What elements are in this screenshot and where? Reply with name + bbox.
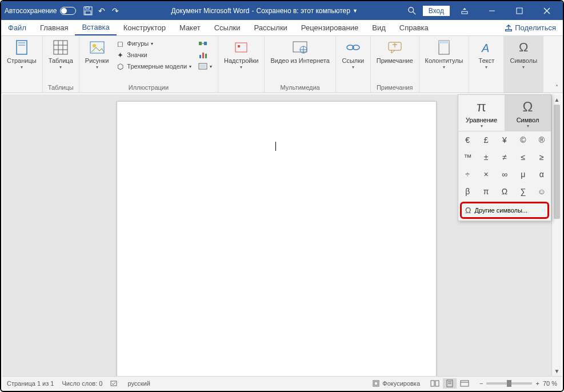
comment-button[interactable]: Примечание	[374, 37, 415, 65]
undo-icon[interactable]: ↶	[97, 6, 107, 16]
more-symbols-button[interactable]: Ω Другие символы...	[460, 202, 549, 219]
maximize-button[interactable]	[507, 1, 532, 20]
equation-category[interactable]: π Уравнение ▾	[458, 95, 505, 131]
signin-button[interactable]: Вход	[423, 6, 450, 16]
smartart-button[interactable]	[196, 38, 214, 49]
language-indicator[interactable]: русский	[127, 380, 150, 387]
title-bar: Автосохранение ↶ ↷ Документ Microsoft Wo…	[1, 1, 563, 20]
ribbon-tabs: Файл Главная Вставка Конструктор Макет С…	[1, 20, 563, 36]
symbol-cell[interactable]: ×	[477, 166, 495, 183]
pictures-button[interactable]: Рисунки ▾	[83, 37, 111, 71]
redo-icon[interactable]: ↷	[110, 6, 121, 16]
document-title: Документ Microsoft Word - Сохранено в: э…	[121, 7, 407, 15]
symbol-cell[interactable]: ±	[477, 149, 495, 166]
table-button[interactable]: Таблица ▾	[46, 37, 75, 71]
symbol-cell[interactable]: ≤	[514, 149, 532, 166]
zoom-slider[interactable]	[486, 382, 532, 385]
symbol-cell[interactable]: ©	[514, 131, 532, 149]
addins-button[interactable]: Надстройки ▾	[222, 37, 261, 71]
chevron-down-icon: ▾	[352, 65, 354, 70]
focus-mode-button[interactable]: Фокусировка	[372, 379, 420, 387]
tab-design[interactable]: Конструктор	[117, 20, 173, 35]
links-button[interactable]: Ссылки ▾	[339, 37, 367, 71]
tab-file[interactable]: Файл	[1, 20, 33, 35]
icons-button[interactable]: ✦Значки	[113, 50, 194, 60]
web-layout-icon[interactable]	[458, 378, 471, 389]
cube-icon: ⬡	[115, 62, 125, 71]
tab-layout[interactable]: Макет	[173, 20, 207, 35]
collapse-ribbon-icon[interactable]: ˄	[555, 84, 558, 90]
autosave-control[interactable]: Автосохранение	[5, 7, 76, 15]
word-count[interactable]: Число слов: 0	[62, 380, 102, 387]
zoom-level[interactable]: 70 %	[543, 380, 557, 387]
chevron-down-icon[interactable]: ▼	[353, 8, 358, 14]
minimize-button[interactable]	[479, 1, 505, 20]
share-button[interactable]: Поделиться	[498, 20, 563, 35]
screenshot-button[interactable]: ▾	[196, 61, 214, 71]
zoom-control[interactable]: − + 70 %	[479, 380, 557, 387]
chevron-down-icon: ▾	[443, 65, 445, 70]
tab-help[interactable]: Справка	[393, 20, 435, 35]
text-button[interactable]: A Текст ▾	[473, 37, 500, 71]
svg-rect-43	[111, 381, 117, 386]
svg-line-4	[413, 11, 415, 14]
tab-review[interactable]: Рецензирование	[294, 20, 365, 35]
symbol-cell[interactable]: α	[533, 166, 551, 183]
shapes-button[interactable]: ◻Фигуры▾	[113, 38, 194, 49]
svg-rect-26	[205, 54, 207, 58]
symbol-cell[interactable]: ®	[533, 131, 551, 149]
symbol-cell[interactable]: ÷	[458, 166, 477, 183]
symbol-cell[interactable]: ¥	[495, 131, 514, 149]
zoom-in-icon[interactable]: +	[535, 380, 539, 387]
svg-rect-41	[439, 41, 449, 43]
scroll-down-icon[interactable]: ▼	[552, 366, 562, 376]
symbol-cell[interactable]: ≥	[533, 149, 551, 166]
symbol-cell[interactable]: ≠	[495, 149, 514, 166]
tab-mailings[interactable]: Рассылки	[247, 20, 294, 35]
autosave-toggle[interactable]	[60, 7, 76, 15]
symbol-cell[interactable]: €	[458, 131, 477, 149]
symbols-button[interactable]: Ω Символы ▾	[507, 37, 539, 71]
symbol-cell[interactable]: μ	[514, 166, 532, 183]
ribbon-display-options-icon[interactable]	[452, 1, 477, 20]
tab-references[interactable]: Ссылки	[207, 20, 247, 35]
read-mode-icon[interactable]	[428, 378, 442, 389]
close-button[interactable]	[534, 1, 559, 20]
svg-rect-46	[431, 381, 434, 386]
svg-text:A: A	[481, 42, 489, 54]
scrollbar-thumb[interactable]	[554, 105, 560, 219]
svg-rect-14	[54, 41, 67, 54]
symbol-cell[interactable]: ☺	[533, 183, 551, 200]
svg-rect-1	[86, 7, 89, 9]
symbol-category[interactable]: Ω Символ ▾	[505, 95, 551, 131]
zoom-out-icon[interactable]: −	[479, 380, 483, 387]
symbol-cell[interactable]: £	[477, 131, 495, 149]
document-page[interactable]	[117, 101, 437, 376]
print-layout-icon[interactable]	[443, 378, 457, 389]
chart-button[interactable]	[196, 50, 214, 60]
symbol-cell[interactable]: ∑	[514, 183, 532, 200]
header-footer-button[interactable]: Колонтитулы ▾	[423, 37, 466, 71]
vertical-scrollbar[interactable]: ▲ ▼	[551, 94, 562, 376]
save-icon[interactable]	[83, 6, 93, 16]
tab-insert[interactable]: Вставка	[75, 20, 116, 35]
page-indicator[interactable]: Страница 1 из 1	[7, 380, 54, 387]
symbol-cell[interactable]: ∞	[495, 166, 514, 183]
svg-rect-47	[435, 381, 439, 386]
symbol-cell[interactable]: Ω	[495, 183, 514, 200]
pages-button[interactable]: Страницы ▾	[5, 37, 39, 71]
scroll-up-icon[interactable]: ▲	[552, 94, 562, 105]
link-icon	[344, 38, 362, 57]
symbols-dropdown: π Уравнение ▾ Ω Символ ▾ €£¥©®™±≠≤≥÷×∞μα…	[458, 94, 551, 221]
tab-home[interactable]: Главная	[33, 20, 75, 35]
3dmodels-button[interactable]: ⬡Трехмерные модели▾	[113, 61, 194, 71]
search-icon[interactable]	[408, 7, 416, 15]
online-video-button[interactable]: Видео из Интернета	[268, 37, 331, 65]
symbol-cell[interactable]: ™	[458, 149, 477, 166]
tab-view[interactable]: Вид	[365, 20, 393, 35]
svg-rect-29	[235, 43, 247, 52]
symbol-cell[interactable]: π	[477, 183, 495, 200]
omega-icon: Ω	[514, 38, 533, 57]
symbol-cell[interactable]: β	[458, 183, 477, 200]
spell-check-icon[interactable]	[110, 379, 119, 387]
